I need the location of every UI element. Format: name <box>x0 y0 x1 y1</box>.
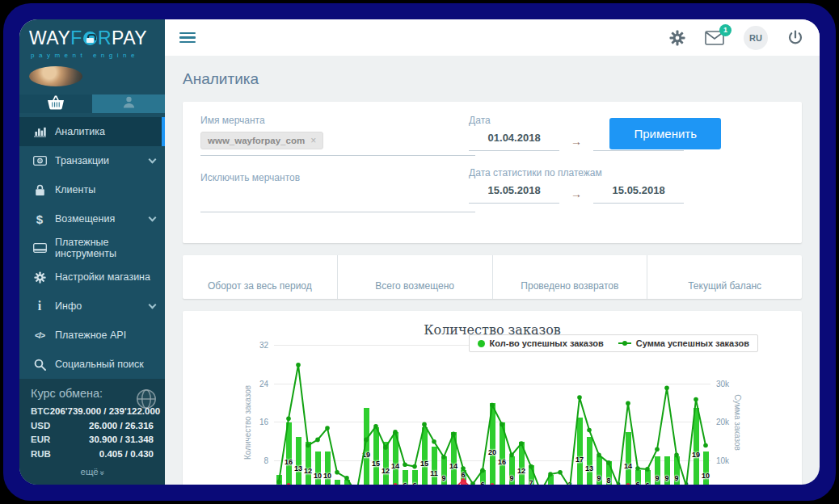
apply-button[interactable]: Применить <box>609 118 721 149</box>
y-tick-left: 8 <box>244 456 268 465</box>
logo-f: F <box>70 27 82 48</box>
lock-icon <box>30 184 49 196</box>
sidebar-item-info[interactable]: iИнфо <box>19 292 165 321</box>
red-line-marker <box>462 478 465 481</box>
rate-code: RUB <box>31 447 63 462</box>
chart-legend: Кол-во успешных заказовСумма успешных за… <box>469 334 758 352</box>
tab-merchant[interactable] <box>19 94 92 113</box>
chart-icon <box>30 126 49 137</box>
sidebar-item-payment-api[interactable]: </>Платежное API <box>19 321 165 350</box>
sum-line-marker <box>325 426 330 430</box>
exchange-rates-panel: Курс обмена: BTC206'739.000 / 239'122.00… <box>19 379 165 485</box>
sidebar-item-social-search[interactable]: Социальный поиск <box>19 350 165 379</box>
date-from-field[interactable]: 01.04.2018 <box>469 132 559 151</box>
main-area: 1 RU Аналитика Применить Имя мерчанта <box>165 19 820 485</box>
sidebar-item-analytics[interactable]: Аналитика <box>19 117 165 146</box>
sidebar-item-shop-settings[interactable]: Настройки магазина <box>19 262 165 292</box>
sum-line-marker <box>422 422 427 427</box>
stat-date-from-field[interactable]: 15.05.2018 <box>469 184 559 204</box>
stat-cell[interactable]: Всего возмещено <box>337 255 492 299</box>
sidebar-item-label: Инфо <box>55 300 82 312</box>
chevron-down-icon <box>149 213 157 221</box>
chart-card: Количество заказов Кол-во успешных заказ… <box>183 311 802 485</box>
sum-line-marker <box>509 453 514 458</box>
exclude-merchants-label: Исключить мерчантов <box>200 172 469 183</box>
y-tick-right: 10k <box>716 456 729 465</box>
info-icon: i <box>30 299 49 313</box>
stat-cell[interactable]: Текущий баланс <box>647 255 802 299</box>
sum-line-marker <box>364 438 369 443</box>
y-tick-left: 24 <box>244 380 268 388</box>
sum-line-marker <box>296 363 301 368</box>
logo-pay: PAY <box>112 27 147 48</box>
legend-label: Сумма успешных заказов <box>636 338 749 348</box>
rates-more-link[interactable]: ещё » <box>31 467 154 477</box>
stat-date-to-field[interactable]: 15.05.2018 <box>593 184 684 204</box>
topbar-actions: 1 RU <box>669 26 803 50</box>
sum-line-marker <box>703 443 708 448</box>
sidebar-item-label: Социальный поиск <box>55 359 144 370</box>
dollar-icon: $ <box>30 212 49 226</box>
exclude-merchants-input[interactable] <box>200 189 475 212</box>
tab-profile[interactable] <box>92 94 165 113</box>
hamburger-menu-icon[interactable] <box>179 30 196 46</box>
stat-cell[interactable]: Проведено возвратов <box>492 255 647 299</box>
y-tick-left: 16 <box>244 418 268 426</box>
sum-line-marker <box>451 432 456 437</box>
sum-line-marker <box>558 470 563 475</box>
sum-line-marker <box>306 443 310 448</box>
sidebar-item-label: Клиенты <box>55 184 95 195</box>
language-selector[interactable]: RU <box>744 26 768 50</box>
chip-remove-icon[interactable]: × <box>310 135 316 146</box>
sidebar-item-payment-instruments[interactable]: Платежные инструменты <box>19 233 165 262</box>
sidebar-item-transactions[interactable]: Транзакции <box>19 146 165 175</box>
sum-line <box>279 365 706 485</box>
filters-card: Применить Имя мерчанта www_wayforpay_com… <box>183 102 802 243</box>
y-tick-left: 32 <box>244 341 268 350</box>
stat-cell[interactable]: Оборот за весь период <box>183 255 337 299</box>
sum-line-marker <box>461 466 466 471</box>
power-logout-icon[interactable] <box>787 30 803 46</box>
sidebar-item-label: Платежные инструменты <box>55 237 155 259</box>
sidebar-item-label: Настройки магазина <box>55 271 150 283</box>
sum-line-marker <box>548 472 553 477</box>
y-axis-label-right: Сумма заказов <box>731 346 743 485</box>
arrow-right-icon: → <box>571 135 582 148</box>
sidebar-item-label: Возмещения <box>55 213 115 225</box>
legend-item[interactable]: Кол-во успешных заказов <box>478 338 604 348</box>
rate-value: 26.000 / 26.316 <box>63 419 154 434</box>
chevron-down-icon <box>149 300 157 309</box>
red-line-marker <box>394 483 397 485</box>
rate-value: 0.405 / 0.430 <box>63 447 154 462</box>
sum-line-marker <box>276 480 281 485</box>
sum-line-marker <box>529 464 533 469</box>
settings-gear-icon[interactable] <box>669 30 685 46</box>
avatar[interactable] <box>29 66 82 86</box>
stat-label: Проведено возвратов <box>521 280 618 292</box>
sum-line-marker <box>684 484 689 485</box>
sum-line-marker <box>480 468 485 473</box>
sum-line-marker <box>674 453 679 458</box>
rate-row: RUB0.405 / 0.430 <box>31 447 154 462</box>
legend-item[interactable]: Сумма успешных заказов <box>618 338 749 348</box>
sum-line-marker <box>635 466 640 471</box>
sum-line-marker <box>441 455 446 460</box>
merchant-name-input[interactable]: www_wayforpay_com× <box>200 132 475 156</box>
mail-icon[interactable]: 1 <box>705 31 724 45</box>
sum-line-marker <box>490 403 495 408</box>
device-frame: WAYFRPAY payment engine АналитикаТранзак… <box>3 3 836 501</box>
sum-line-marker <box>403 463 407 468</box>
sum-line-marker <box>645 467 650 472</box>
chart: Количество заказов Сумма заказов 00810k1… <box>242 346 743 485</box>
rate-code: EUR <box>31 433 63 447</box>
sidebar-item-clients[interactable]: Клиенты <box>19 175 165 204</box>
sidebar-item-refunds[interactable]: $Возмещения <box>19 204 165 233</box>
stats-card: Оборот за весь периодВсего возмещеноПров… <box>183 255 802 299</box>
lock-icon <box>83 32 97 45</box>
sidebar-tabs <box>19 94 165 113</box>
sum-line-marker <box>655 447 660 452</box>
lines-layer <box>274 346 710 485</box>
sum-line-marker <box>335 470 339 475</box>
logo-way: WAY <box>29 27 70 48</box>
legend-dot-icon <box>478 340 485 347</box>
